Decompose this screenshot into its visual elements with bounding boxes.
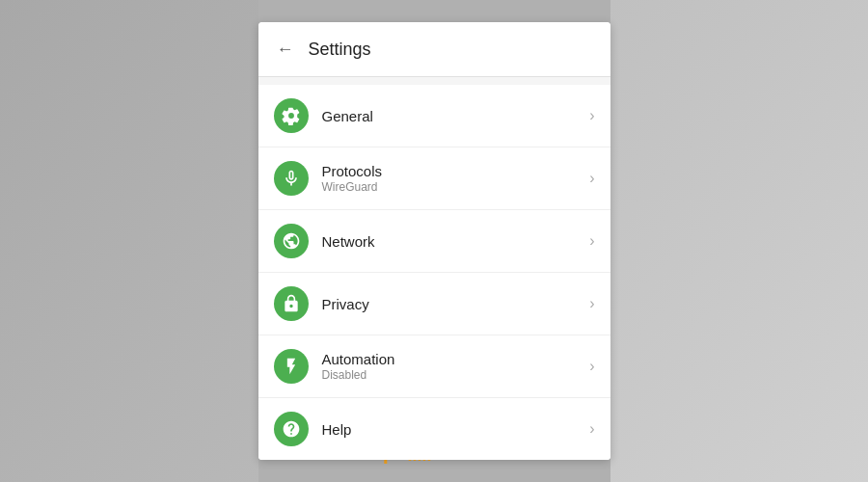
network-icon bbox=[282, 231, 301, 251]
help-chevron: › bbox=[589, 420, 594, 438]
network-chevron: › bbox=[589, 232, 594, 250]
privacy-label: Privacy bbox=[322, 296, 590, 312]
menu-item-general[interactable]: General › bbox=[258, 85, 610, 147]
privacy-icon-circle bbox=[274, 286, 309, 321]
settings-header: ← Settings bbox=[258, 22, 610, 77]
background-left bbox=[0, 0, 258, 482]
protocols-label: Protocols bbox=[322, 163, 590, 179]
protocols-icon-circle bbox=[274, 161, 309, 196]
settings-panel: ← Settings General › Protocols bbox=[258, 22, 610, 460]
automation-icon-circle bbox=[274, 349, 309, 384]
automation-text: Automation Disabled bbox=[322, 351, 590, 382]
bolt-icon bbox=[282, 357, 301, 376]
protocols-sublabel: WireGuard bbox=[322, 180, 590, 194]
gear-icon bbox=[282, 106, 301, 125]
network-text: Network bbox=[322, 233, 590, 250]
menu-list: General › Protocols WireGuard › bbox=[258, 85, 610, 460]
general-label: General bbox=[322, 108, 590, 124]
general-chevron: › bbox=[589, 107, 594, 124]
menu-item-protocols[interactable]: Protocols WireGuard › bbox=[258, 147, 610, 210]
back-button[interactable]: ← bbox=[274, 38, 297, 61]
help-text: Help bbox=[322, 421, 590, 438]
protocols-text: Protocols WireGuard bbox=[322, 163, 590, 194]
general-text: General bbox=[322, 108, 590, 124]
help-icon-circle bbox=[274, 412, 309, 446]
automation-label: Automation bbox=[322, 351, 590, 367]
general-icon-circle bbox=[274, 98, 309, 133]
menu-item-network[interactable]: Network › bbox=[258, 210, 610, 273]
privacy-text: Privacy bbox=[322, 296, 590, 312]
network-label: Network bbox=[322, 233, 590, 250]
menu-item-privacy[interactable]: Privacy › bbox=[258, 273, 610, 335]
automation-chevron: › bbox=[589, 358, 594, 375]
page-title: Settings bbox=[309, 40, 371, 60]
lock-icon bbox=[282, 294, 301, 313]
background-right bbox=[610, 0, 868, 482]
network-icon-circle bbox=[274, 224, 309, 258]
privacy-chevron: › bbox=[589, 295, 594, 312]
help-label: Help bbox=[322, 421, 590, 438]
menu-item-automation[interactable]: Automation Disabled › bbox=[258, 335, 610, 398]
protocols-chevron: › bbox=[589, 170, 594, 187]
automation-sublabel: Disabled bbox=[322, 368, 590, 382]
mic-icon bbox=[282, 169, 301, 188]
menu-item-help[interactable]: Help › bbox=[258, 398, 610, 460]
question-icon bbox=[282, 419, 301, 439]
